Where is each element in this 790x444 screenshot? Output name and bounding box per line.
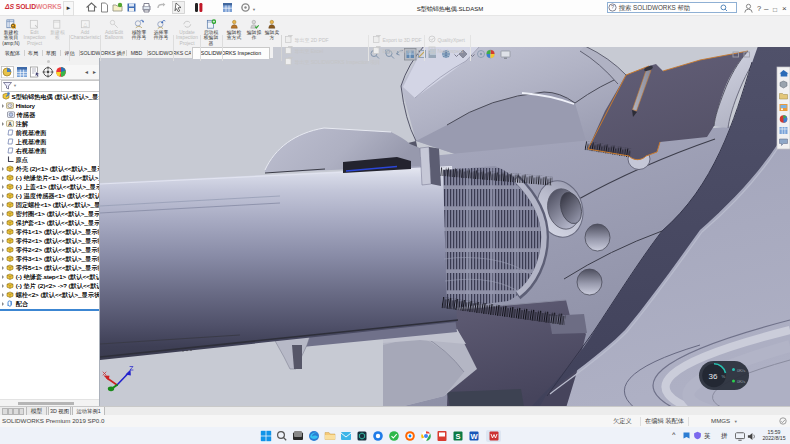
- svg-text:?: ?: [611, 4, 614, 10]
- svg-text:%: %: [722, 374, 726, 379]
- svg-text:W: W: [470, 431, 478, 440]
- svg-text:S: S: [455, 431, 460, 440]
- svg-text:0K/s: 0K/s: [737, 368, 745, 373]
- svg-text:0K/s: 0K/s: [737, 379, 745, 384]
- svg-text:36: 36: [709, 372, 718, 381]
